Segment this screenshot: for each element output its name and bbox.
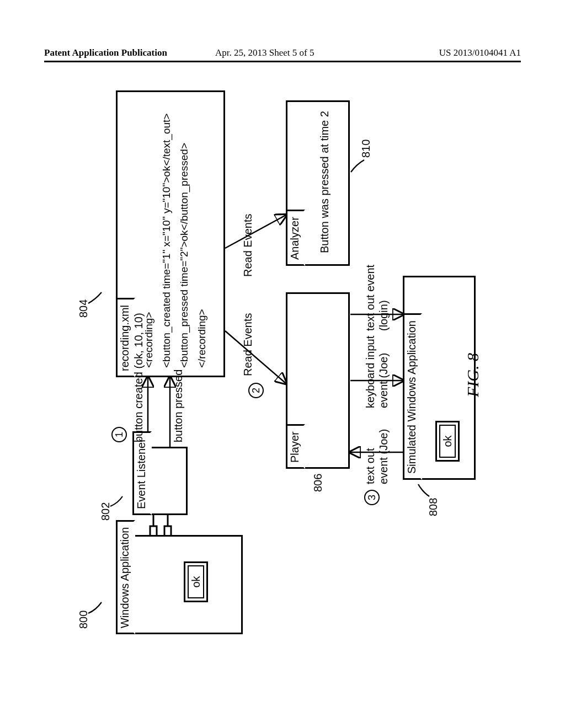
header-rule: [44, 61, 521, 62]
ok-label: ok: [190, 576, 202, 587]
arrow-label-kb-joe-1: keyboard input: [364, 336, 377, 408]
step-3: 3: [364, 490, 380, 505]
tab-analyzer: Analyzer: [286, 210, 305, 266]
arrow-label-kb-joe-2: event (Joe): [377, 353, 390, 408]
svg-line-6: [225, 331, 286, 383]
ref-806: 806: [312, 474, 324, 492]
box-player: Player: [286, 292, 350, 469]
header-right: US 2013/0104041 A1: [439, 47, 521, 58]
tab-simulated-app: Simulated Windows Application: [403, 313, 422, 480]
ref-800: 800: [77, 611, 90, 629]
ref-808: 808: [427, 498, 440, 516]
tab-player: Player: [286, 424, 305, 469]
header-center: Apr. 25, 2013 Sheet 5 of 5: [215, 47, 314, 58]
arrow-label-button-pressed: button pressed: [172, 370, 185, 442]
box-analyzer: Analyzer Button was pressed at time 2: [286, 100, 350, 266]
tab-event-listener: Event Listener: [132, 431, 152, 515]
arrow-label-textout-login-2: (login): [377, 300, 390, 331]
box-windows-application: Windows Application ok: [116, 535, 243, 634]
header-left: Patent Application Publication: [44, 47, 167, 58]
step-2-label: 2: [250, 388, 262, 393]
step-1: 1: [111, 427, 127, 442]
ok-button-original: ok: [184, 561, 208, 602]
xml-line-2: <button_created time="1" x="10" y="10">o…: [161, 114, 173, 368]
analyzer-message: Button was pressed at time 2: [318, 111, 331, 253]
xml-line-3: <button_pressed time="2">ok</button_pres…: [178, 143, 190, 368]
figure-stage: Windows Application ok Event Listener re…: [77, 80, 486, 645]
step-2: 2: [248, 383, 264, 398]
svg-line-7: [225, 215, 286, 248]
figure-label: FIG. 8: [463, 353, 482, 397]
ref-804: 804: [77, 299, 90, 318]
tab-windows-application: Windows Application: [116, 520, 135, 634]
xml-line-4: </recording>: [196, 309, 208, 368]
step-3-label: 3: [366, 495, 378, 500]
ok-button-simulated: ok: [435, 421, 460, 462]
ok-label-sim: ok: [441, 435, 454, 447]
arrow-label-read-events-1: Read Events: [242, 313, 254, 376]
step-1-label: 1: [114, 432, 125, 437]
arrow-label-textout-login-1: text out event: [364, 265, 377, 331]
ref-802: 802: [99, 502, 112, 521]
ref-810: 810: [360, 140, 372, 158]
arrow-label-read-events-2: Read Events: [242, 213, 254, 277]
figure-inner: Windows Application ok Event Listener re…: [77, 80, 486, 645]
box-event-listener: Event Listener: [132, 447, 188, 515]
page: Patent Application Publication Apr. 25, …: [0, 0, 565, 728]
arrow-label-button-created: button created (ok, 10, 10): [132, 313, 145, 442]
arrow-label-textout-joe-2: event (Joe): [377, 429, 390, 484]
arrow-label-textout-joe-1: text out: [364, 448, 377, 484]
